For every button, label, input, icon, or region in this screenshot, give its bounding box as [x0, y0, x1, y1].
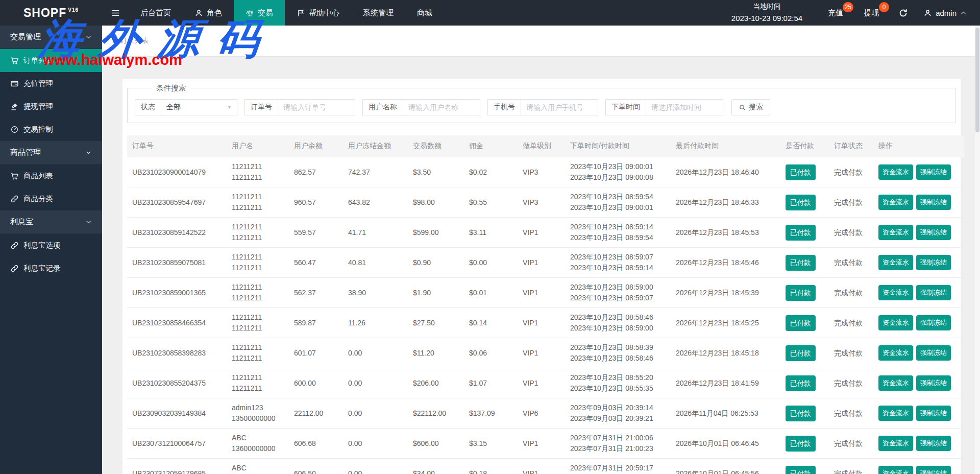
cell-order-times: 2023年10月23日 09:00:012023年10月23日 09:00:08 [565, 157, 671, 187]
cell-frozen: 38.90 [343, 278, 408, 308]
phone-input[interactable] [521, 99, 598, 115]
cell-frozen: 0.00 [343, 368, 408, 398]
column-header: 操作 [873, 135, 964, 157]
sidebar-item[interactable]: 交易控制 [0, 118, 102, 141]
cell-frozen: 40.81 [343, 248, 408, 278]
refresh-button[interactable] [889, 0, 917, 26]
sidebar-group[interactable]: 利息宝 [0, 210, 102, 234]
force-freeze-button[interactable]: 强制冻结 [916, 375, 951, 391]
scales-icon [246, 9, 254, 17]
sidebar-item[interactable]: 商品列表 [0, 164, 102, 187]
paid-badge: 已付款 [786, 375, 816, 391]
fund-flow-button[interactable]: 资金流水 [878, 315, 913, 330]
sidebar-item-label: 商品列表 [23, 171, 53, 181]
recharge-link[interactable]: 充值 25 [818, 0, 853, 26]
username-input[interactable] [403, 99, 480, 115]
cell-balance: 601.07 [289, 338, 343, 368]
user-icon [194, 9, 203, 17]
order-no-input[interactable] [278, 99, 355, 115]
sidebar-item[interactable]: 充值管理 [0, 72, 102, 95]
paid-badge: 已付款 [786, 315, 816, 331]
filter-username: 用户名称 [362, 99, 480, 115]
table-row: UB2307312059179685ABC13600000000606.500.… [127, 459, 964, 474]
cell-amount: $3.50 [408, 157, 464, 187]
cell-last-pay-time: 2026年10月01日 06:46:45 [671, 429, 780, 459]
column-header: 最后付款时间 [671, 135, 780, 157]
table-row: UB2307312100064757ABC13600000000606.680.… [127, 429, 964, 459]
column-header: 订单号 [127, 135, 227, 157]
force-freeze-button[interactable]: 强制冻结 [916, 255, 951, 270]
force-freeze-button[interactable]: 强制冻结 [916, 164, 951, 180]
sidebar-toggle[interactable] [102, 0, 129, 26]
column-header: 做单级别 [518, 135, 565, 157]
force-freeze-button[interactable]: 强制冻结 [916, 466, 951, 474]
cell-user: 1121121111211211 [227, 157, 289, 187]
nav-tab-5[interactable]: 商城 [405, 0, 444, 26]
status-select[interactable]: 全部▼ [161, 99, 237, 115]
gavel-icon [10, 102, 19, 111]
scrollbar-thumb[interactable] [975, 28, 979, 132]
cell-frozen: 0.00 [343, 338, 408, 368]
fund-flow-button[interactable]: 资金流水 [878, 164, 913, 180]
fund-flow-button[interactable]: 资金流水 [878, 466, 913, 474]
link-icon [10, 195, 19, 203]
force-freeze-button[interactable]: 强制冻结 [916, 436, 951, 451]
nav-tab-2[interactable]: 交易 [234, 0, 285, 26]
fund-flow-button[interactable]: 资金流水 [878, 406, 913, 421]
cell-frozen: 0.00 [343, 429, 408, 459]
cell-commission: $0.18 [464, 459, 518, 474]
cell-paid: 已付款 [780, 308, 829, 338]
sidebar-group[interactable]: 商品管理 [0, 141, 102, 164]
fund-flow-button[interactable]: 资金流水 [878, 345, 913, 361]
orders-table: 订单号用户名用户余额用户冻结金额交易数额佣金做单级别下单时间/付款时间最后付款时… [127, 135, 964, 474]
fund-flow-button[interactable]: 资金流水 [878, 195, 913, 210]
local-time-label: 当地时间 [731, 2, 802, 12]
force-freeze-button[interactable]: 强制冻结 [916, 345, 951, 361]
fund-flow-button[interactable]: 资金流水 [878, 225, 913, 240]
cell-paid: 已付款 [780, 368, 829, 398]
cell-order-no: UB2309032039149384 [127, 398, 227, 429]
nav-tab-3[interactable]: 帮助中心 [285, 0, 351, 26]
user-menu[interactable]: admin [917, 0, 980, 26]
withdraw-link[interactable]: 提现 0 [853, 0, 889, 26]
cell-order-no: UB2310230859001365 [127, 278, 227, 308]
cell-last-pay-time: 2026年12月23日 18:45:25 [671, 308, 780, 338]
cell-balance: 960.57 [289, 187, 343, 218]
fund-flow-button[interactable]: 资金流水 [878, 436, 913, 451]
force-freeze-button[interactable]: 强制冻结 [916, 225, 951, 240]
force-freeze-button[interactable]: 强制冻结 [916, 195, 951, 210]
cell-level: VIP1 [518, 248, 565, 278]
cell-user: 1121121111211211 [227, 338, 289, 368]
sidebar-item[interactable]: 利息宝记录 [0, 257, 102, 280]
cell-amount: $34.00 [408, 459, 464, 474]
fund-flow-button[interactable]: 资金流水 [878, 285, 913, 300]
table-row: UB23102308552043751121121111211211600.00… [127, 368, 964, 398]
sidebar-item[interactable]: 利息宝选项 [0, 234, 102, 257]
fund-flow-button[interactable]: 资金流水 [878, 375, 913, 391]
sidebar-item[interactable]: 商品分类 [0, 187, 102, 210]
column-header: 下单时间/付款时间 [565, 135, 671, 157]
sidebar-item[interactable]: 提现管理 [0, 95, 102, 118]
sidebar-group[interactable]: 交易管理 [0, 26, 102, 49]
order-time-input[interactable] [646, 99, 723, 115]
nav-tab-4[interactable]: 系统管理 [351, 0, 405, 26]
sidebar-item[interactable]: 订单列表 [0, 49, 102, 72]
fund-flow-button[interactable]: 资金流水 [878, 255, 913, 270]
cell-commission: $0.06 [464, 338, 518, 368]
cell-level: VIP1 [518, 368, 565, 398]
force-freeze-button[interactable]: 强制冻结 [916, 315, 951, 330]
search-button[interactable]: 搜索 [731, 99, 770, 115]
cell-level: VIP3 [518, 157, 565, 187]
link-icon [10, 241, 19, 250]
cell-balance: 22112.00 [289, 398, 343, 429]
nav-tab-0[interactable]: 后台首页 [129, 0, 183, 26]
nav-tab-1[interactable]: 角色 [183, 0, 234, 26]
cell-commission: $0.02 [464, 157, 518, 187]
force-freeze-button[interactable]: 强制冻结 [916, 285, 951, 300]
force-freeze-button[interactable]: 强制冻结 [916, 406, 951, 421]
brand-logo[interactable]: SHOPF V16 [0, 0, 102, 26]
cell-last-pay-time: 2026年12月23日 18:46:40 [671, 157, 780, 187]
chevron-down-icon [85, 34, 92, 40]
vertical-scrollbar[interactable] [975, 26, 980, 474]
main-area: » 订单列表 条件搜索 状态全部▼订单号用户名称手机号下单时间搜索 订单号用户名… [102, 26, 980, 474]
